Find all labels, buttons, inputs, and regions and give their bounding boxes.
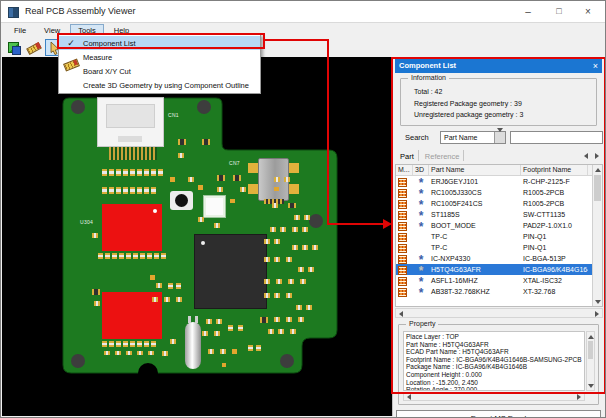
connector-cn1-pins xyxy=(109,147,157,160)
smd-pad xyxy=(228,325,233,331)
smd-pad xyxy=(302,227,308,232)
smd-pad xyxy=(152,297,158,302)
export-3d-button[interactable] xyxy=(5,39,22,56)
smd-pad xyxy=(290,329,296,334)
smd-pad xyxy=(123,187,128,194)
smd-pad xyxy=(109,341,114,347)
smd-pad xyxy=(133,253,138,259)
annotation-line xyxy=(327,39,329,225)
smd-pad xyxy=(176,283,181,289)
smd-pad xyxy=(264,279,270,284)
main-processor-ic[interactable] xyxy=(194,234,267,309)
title-bar: Real PCB Assembly Viewer – □ × xyxy=(1,1,605,23)
smd-pad xyxy=(151,341,156,347)
smd-pad xyxy=(248,345,253,351)
smd-pad xyxy=(198,217,204,222)
smd-pad xyxy=(156,283,162,288)
tactile-switch[interactable] xyxy=(170,191,193,210)
scroll-left-icon[interactable] xyxy=(404,393,414,401)
smd-pad xyxy=(230,199,235,203)
smd-pad xyxy=(222,363,226,367)
smd-pad xyxy=(102,341,107,347)
smd-pad xyxy=(274,239,280,244)
smd-pad xyxy=(147,253,152,259)
smd-pad xyxy=(264,293,270,298)
smd-pad xyxy=(274,317,280,322)
smd-pad xyxy=(116,187,121,194)
menu-bar-item[interactable]: File xyxy=(6,24,34,38)
smd-pad xyxy=(238,325,243,331)
measure-button[interactable] xyxy=(25,39,42,56)
crystal-component[interactable] xyxy=(185,322,201,369)
smd-pad xyxy=(288,203,296,208)
smd-pad xyxy=(137,341,142,347)
connector-cn1[interactable] xyxy=(97,97,164,147)
close-button[interactable]: × xyxy=(573,1,603,22)
smd-pad xyxy=(308,267,314,272)
small-ic[interactable] xyxy=(204,196,225,217)
minimize-button[interactable]: – xyxy=(513,1,543,22)
smd-pad xyxy=(260,317,268,323)
smd-pad xyxy=(94,301,100,306)
smd-pad xyxy=(144,169,149,176)
smd-pad xyxy=(102,187,107,194)
smd-pad xyxy=(284,177,290,182)
menu-item[interactable]: Measure xyxy=(59,50,260,64)
annotation-line xyxy=(329,223,384,225)
annotation-line xyxy=(265,39,329,41)
usb-mount-pad xyxy=(289,163,299,173)
scroll-right-icon[interactable] xyxy=(574,393,584,401)
smd-pad xyxy=(208,349,214,354)
menu-item[interactable]: Create 3D Geometry by using Component Ou… xyxy=(59,78,260,92)
smd-pad xyxy=(240,187,246,192)
smd-pad xyxy=(150,275,155,280)
smd-pad xyxy=(217,187,223,192)
smd-pad xyxy=(298,267,304,272)
smd-pad xyxy=(115,351,121,355)
maximize-button[interactable]: □ xyxy=(544,1,574,22)
smd-pad xyxy=(144,187,149,194)
smd-pad xyxy=(116,341,121,347)
smd-pad xyxy=(280,227,286,232)
smd-pad xyxy=(102,169,107,176)
smd-pad xyxy=(123,341,128,347)
smd-pad xyxy=(130,169,135,176)
smd-pad xyxy=(154,253,159,259)
smd-pad xyxy=(98,253,103,259)
window-title: Real PCB Assembly Viewer xyxy=(25,6,135,16)
smd-pad xyxy=(162,351,168,356)
smd-pad xyxy=(158,169,163,176)
pcb-viewport[interactable]: CN1CN7U304 xyxy=(2,57,392,416)
smd-pad xyxy=(170,339,176,344)
smd-pad xyxy=(170,177,175,182)
smd-pad xyxy=(109,169,114,176)
menu-item[interactable]: Board X/Y Cut xyxy=(59,64,260,78)
silkscreen-label: CN7 xyxy=(229,160,240,166)
smd-pad xyxy=(216,319,222,324)
smd-pad xyxy=(264,257,270,262)
smd-pad xyxy=(286,293,292,298)
smd-pad xyxy=(137,169,142,176)
smd-pad xyxy=(264,239,270,244)
smd-pad xyxy=(130,187,135,194)
smd-pad xyxy=(116,169,121,176)
smd-pad xyxy=(270,227,276,232)
smd-pad xyxy=(268,329,274,334)
smd-pad xyxy=(286,317,292,322)
smd-pad xyxy=(220,349,226,354)
cube-save-icon xyxy=(8,42,19,53)
smd-pad xyxy=(178,153,184,158)
smd-pad xyxy=(202,331,208,336)
app-icon xyxy=(8,7,19,18)
smd-pad xyxy=(140,253,145,259)
highlighted-memory-chip-1[interactable] xyxy=(102,204,162,251)
smd-pad xyxy=(144,341,149,347)
pcb-components: CN1CN7U304 xyxy=(2,57,392,416)
smd-pad xyxy=(178,139,186,145)
export-ms-excel-button[interactable]: Export MS Excel xyxy=(396,410,601,418)
smd-pad xyxy=(123,169,128,176)
menu-item-label: Measure xyxy=(83,53,112,62)
smd-pad xyxy=(298,317,304,322)
smd-pad xyxy=(198,185,203,190)
menu-item-label: Board X/Y Cut xyxy=(83,67,131,76)
